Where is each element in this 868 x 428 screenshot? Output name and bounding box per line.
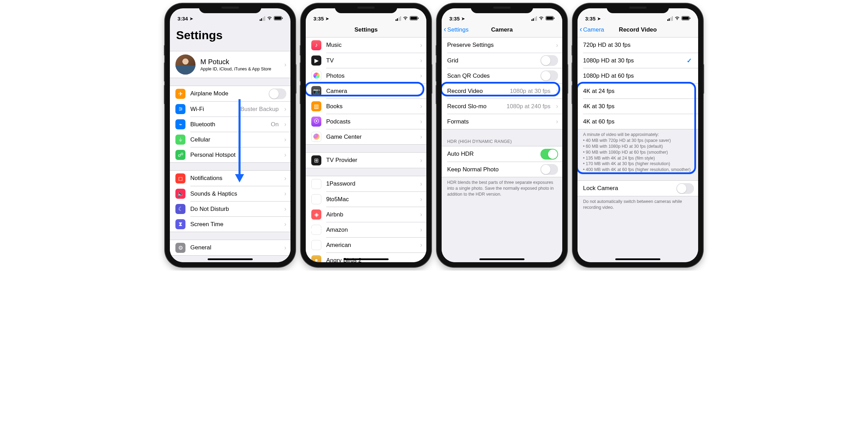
settings-row[interactable]: Keep Normal Photo — [442, 162, 562, 177]
row-label: 1Password — [326, 180, 416, 187]
settings-row[interactable]: ⊞TV Provider› — [306, 153, 426, 168]
sounds-icon: 🔈 — [175, 189, 185, 199]
avatar — [175, 54, 196, 75]
settings-row[interactable]: Record Video1080p at 30 fps› — [442, 83, 562, 99]
settings-row[interactable]: 4K at 24 fps — [578, 83, 698, 99]
row-label: 4K at 24 fps — [583, 88, 694, 95]
settings-row[interactable]: ☍Personal Hotspot› — [170, 147, 290, 162]
settings-row[interactable]: Auto HDR — [442, 146, 562, 162]
settings-row[interactable]: Scan QR Codes — [442, 68, 562, 83]
checkmark-icon: ✓ — [687, 57, 692, 65]
status-time: 3:35 — [449, 16, 460, 22]
svg-rect-7 — [418, 18, 419, 19]
settings-row[interactable]: ●Angry Birds 2› — [306, 252, 426, 262]
settings-row[interactable]: ☾Do Not Disturb› — [170, 201, 290, 216]
settings-row[interactable]: 🔈Sounds & Haptics› — [170, 186, 290, 201]
settings-row[interactable]: ✈Airplane Mode — [170, 86, 290, 101]
home-indicator[interactable] — [208, 258, 253, 260]
phone-camera-settings: 3:35➤ ‹ Settings Camera Preserve Setting… — [437, 3, 567, 267]
wifi-icon — [267, 16, 272, 22]
game-center-icon — [311, 132, 321, 142]
settings-row[interactable]: Record Slo-mo1080p at 240 fps› — [442, 99, 562, 114]
back-button[interactable]: ‹ Camera — [580, 22, 604, 37]
chevron-right-icon: › — [284, 121, 286, 128]
lock-camera-row[interactable]: Lock Camera — [578, 181, 698, 196]
row-label: Do Not Disturb — [190, 206, 280, 213]
settings-row[interactable]: ▶TV› — [306, 53, 426, 68]
settings-row[interactable]: amazonAmazon› — [306, 222, 426, 237]
angry-birds-2-icon: ● — [311, 255, 321, 263]
settings-row[interactable]: 4K at 30 fps — [578, 99, 698, 114]
settings-row[interactable]: 720p HD at 30 fps — [578, 37, 698, 53]
nav-bar: ‹ Camera Record Video — [578, 22, 698, 37]
settings-row[interactable]: ▥Books› — [306, 99, 426, 114]
chevron-right-icon: › — [556, 42, 558, 49]
back-button[interactable]: ‹ Settings — [444, 22, 469, 37]
notch — [335, 3, 397, 13]
chevron-right-icon: › — [420, 87, 422, 95]
settings-row[interactable]: ⚞Wi-FiBuster Backup› — [170, 101, 290, 117]
settings-row[interactable]: ⏱9to5Mac› — [306, 191, 426, 207]
settings-row[interactable]: ♪Music› — [306, 37, 426, 53]
tv-icon: ▶ — [311, 55, 321, 66]
settings-row[interactable]: Game Center› — [306, 129, 426, 144]
row-label: Preserve Settings — [447, 42, 552, 49]
home-indicator[interactable] — [479, 258, 524, 260]
row-label: Auto HDR — [447, 151, 536, 157]
row-label: TV Provider — [326, 157, 416, 164]
page-title: Settings — [170, 22, 290, 45]
chevron-right-icon: › — [556, 118, 558, 125]
settings-row[interactable]: ⚙General› — [170, 240, 290, 255]
settings-row[interactable]: 1080p HD at 60 fps — [578, 68, 698, 83]
toggle[interactable] — [540, 164, 558, 175]
battery-icon — [274, 16, 283, 22]
back-label: Settings — [447, 26, 468, 33]
photos-icon — [311, 71, 321, 81]
footer-line: 60 MB with 1080p HD at 30 fps (default) — [583, 144, 693, 149]
chevron-right-icon: › — [420, 211, 422, 218]
footer-line: 135 MB with 4K at 24 fps (film style) — [583, 155, 693, 161]
settings-row[interactable]: ⌁BluetoothOn› — [170, 117, 290, 132]
nav-bar: ‹ Settings Camera — [442, 22, 562, 37]
settings-row[interactable]: 1080p HD at 30 fps✓ — [578, 53, 698, 68]
chevron-left-icon: ‹ — [444, 25, 446, 34]
toggle[interactable] — [269, 88, 286, 99]
chevron-right-icon: › — [420, 133, 422, 140]
settings-row[interactable]: 4K at 60 fps — [578, 114, 698, 129]
settings-row[interactable]: ◈Airbnb› — [306, 207, 426, 222]
settings-row[interactable]: Photos› — [306, 68, 426, 83]
settings-row[interactable]: ✈American› — [306, 237, 426, 252]
row-label: 720p HD at 30 fps — [583, 42, 694, 49]
settings-row[interactable]: ◎1Password› — [306, 176, 426, 191]
toggle[interactable] — [540, 149, 558, 160]
battery-icon — [682, 16, 691, 22]
chevron-right-icon: › — [420, 226, 422, 233]
notch — [607, 3, 669, 13]
settings-row[interactable]: ⧗Screen Time› — [170, 216, 290, 232]
toggle[interactable] — [540, 55, 558, 66]
settings-row[interactable]: ◻Notifications› — [170, 171, 290, 186]
settings-row[interactable]: Grid — [442, 53, 562, 68]
chevron-right-icon: › — [284, 244, 286, 251]
wifi-icon — [538, 16, 544, 22]
signal-icon — [260, 16, 266, 21]
apple-id-row[interactable]: M Potuck Apple ID, iCloud, iTunes & App … — [170, 51, 290, 78]
settings-row[interactable]: 📷Camera› — [306, 83, 426, 99]
settings-row[interactable]: Formats› — [442, 114, 562, 129]
row-label: Bluetooth — [190, 121, 267, 128]
lock-camera-toggle[interactable] — [676, 183, 694, 194]
row-label: Screen Time — [190, 221, 280, 228]
svg-rect-1 — [275, 17, 281, 20]
chevron-right-icon: › — [420, 103, 422, 110]
svg-rect-9 — [546, 17, 553, 20]
settings-row[interactable]: ⏚Cellular› — [170, 132, 290, 147]
chevron-right-icon: › — [420, 57, 422, 64]
toggle[interactable] — [540, 70, 558, 81]
settings-row[interactable]: Preserve Settings› — [442, 37, 562, 53]
home-indicator[interactable] — [615, 258, 660, 260]
settings-row[interactable]: ⦿Podcasts› — [306, 114, 426, 129]
signal-icon — [396, 16, 401, 21]
music-icon: ♪ — [311, 40, 321, 50]
phone-settings-apps: 3:35➤ Settings ♪Music›▶TV›Photos›📷Camera… — [301, 3, 431, 267]
home-indicator[interactable] — [344, 258, 389, 260]
